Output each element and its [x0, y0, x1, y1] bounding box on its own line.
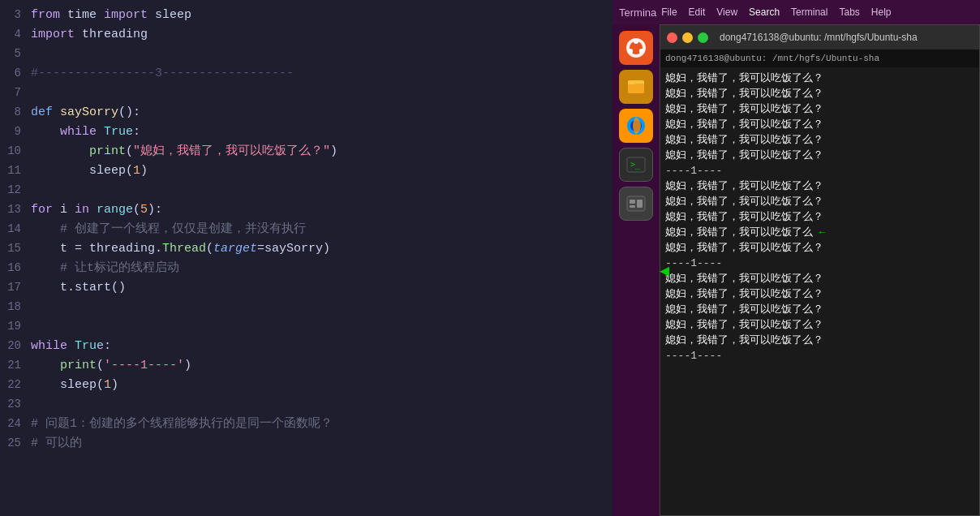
code-line: 7 — [0, 83, 612, 102]
terminal-line: 媳妇，我错了，我可以吃饭了么？ — [665, 194, 974, 209]
line-number: 4 — [0, 24, 31, 44]
svg-point-2 — [634, 39, 638, 44]
terminal-titlebar: dong4716138@ubuntu: /mnt/hgfs/Ubuntu-sha — [660, 25, 979, 49]
terminal-line: 媳妇，我错了，我可以吃饭了么？ — [665, 317, 974, 333]
terminal-window: dong4716138@ubuntu: /mnt/hgfs/Ubuntu-sha… — [660, 24, 980, 516]
line-number: 14 — [0, 219, 31, 239]
line-number: 11 — [0, 161, 31, 180]
dock-icon-nautilus[interactable] — [619, 187, 653, 221]
svg-rect-15 — [630, 205, 635, 208]
code-line: 11 sleep(1) — [0, 161, 612, 180]
window-close-button[interactable] — [667, 32, 677, 43]
window-max-button[interactable] — [698, 32, 708, 43]
line-number: 17 — [0, 277, 31, 297]
terminal-line: 媳妇，我错了，我可以吃饭了么？ — [665, 117, 974, 132]
code-line: 6#----------------3------------------ — [0, 63, 612, 83]
line-number: 16 — [0, 258, 31, 277]
code-line: 14 # 创建了一个线程，仅仅是创建，并没有执行 — [0, 219, 612, 239]
line-number: 15 — [0, 239, 31, 258]
dock-icon-terminal[interactable]: >_ — [619, 148, 653, 182]
line-number: 25 — [0, 433, 31, 453]
dock-arrow: ◀ — [660, 260, 669, 281]
right-panel: Termina FileEditViewSearchTerminalTabsHe… — [612, 0, 980, 516]
svg-text:>_: >_ — [630, 160, 641, 170]
code-line: 3from time import sleep — [0, 5, 612, 24]
terminal-line: 媳妇，我错了，我可以吃饭了么？ — [665, 302, 974, 317]
line-number: 8 — [0, 102, 31, 122]
terminal-line: 媳妇，我错了，我可以吃饭了么？ — [665, 178, 974, 194]
line-content — [31, 317, 612, 337]
line-number: 21 — [0, 355, 31, 375]
svg-rect-13 — [630, 200, 635, 204]
terminal-line: ----1---- — [665, 256, 974, 271]
desktop: >_ dong4716138@ubuntu: /mnt/hgfs/Ubuntu-… — [612, 24, 980, 516]
terminal-line: 媳妇，我错了，我可以吃饭了么？ — [665, 71, 974, 86]
terminal-line: 媳妇，我错了，我可以吃饭了么？ — [665, 86, 974, 101]
code-line: 18 — [0, 297, 612, 316]
code-line: 17 t.start() — [0, 277, 612, 297]
line-content: t = threading.Thread(target=saySorry) — [31, 239, 612, 259]
terminal-line: 媳妇，我错了，我可以吃饭了么？ — [665, 101, 974, 117]
code-line: 25# 可以的 — [0, 433, 612, 453]
code-line: 21 print('----1----') — [0, 355, 612, 375]
line-number: 23 — [0, 394, 31, 414]
code-area: 3from time import sleep4import threading… — [0, 0, 612, 458]
terminal-line: 媳妇，我错了，我可以吃饭了么？ — [665, 132, 974, 148]
dock-icon-firefox[interactable] — [619, 109, 653, 143]
code-line: 13for i in range(5): — [0, 200, 612, 219]
terminal-line: 媳妇，我错了，我可以吃饭了么？ — [665, 209, 974, 225]
code-line: 5 — [0, 44, 612, 63]
line-number: 24 — [0, 414, 31, 433]
line-number: 19 — [0, 316, 31, 336]
terminal-body[interactable]: 媳妇，我错了，我可以吃饭了么？媳妇，我错了，我可以吃饭了么？媳妇，我错了，我可以… — [660, 67, 979, 515]
line-content — [31, 45, 612, 64]
terminal-line: 媳妇，我错了，我可以吃饭了么 ← — [665, 225, 974, 240]
line-number: 7 — [0, 83, 31, 102]
taskbar-menu-item-help[interactable]: Help — [871, 6, 892, 18]
line-content — [31, 84, 612, 103]
line-content — [31, 298, 612, 317]
svg-point-4 — [628, 49, 633, 54]
code-line: 19 — [0, 316, 612, 336]
line-content — [31, 181, 612, 200]
line-content: print("媳妇，我错了，我可以吃饭了么？") — [31, 142, 612, 161]
line-number: 12 — [0, 180, 31, 200]
dock-icon-ubuntu[interactable] — [619, 31, 653, 65]
line-content: def saySorry(): — [31, 103, 612, 123]
taskbar-menu-item-terminal[interactable]: Terminal — [791, 6, 827, 18]
code-line: 12 — [0, 180, 612, 200]
taskbar-menu-item-view[interactable]: View — [716, 6, 737, 18]
terminal-line: 媳妇，我错了，我可以吃饭了么？ — [665, 271, 974, 286]
dock: >_ — [612, 24, 660, 516]
taskbar-menu: FileEditViewSearchTerminalTabsHelp — [661, 6, 891, 18]
code-line: 9 while True: — [0, 122, 612, 141]
line-content: # 创建了一个线程，仅仅是创建，并没有执行 — [31, 220, 612, 239]
code-line: 22 sleep(1) — [0, 375, 612, 394]
line-content — [31, 395, 612, 415]
terminal-line: 媳妇，我错了，我可以吃饭了么？ — [665, 240, 974, 256]
line-number: 9 — [0, 122, 31, 141]
taskbar-menu-item-search[interactable]: Search — [749, 6, 780, 18]
terminal-path: dong4716138@ubuntu: /mnt/hgfs/Ubuntu-sha — [665, 54, 879, 63]
taskbar-menu-item-edit[interactable]: Edit — [689, 6, 706, 18]
code-line: 4import threading — [0, 24, 612, 44]
dock-icon-files[interactable] — [619, 70, 653, 104]
line-content: while True: — [31, 337, 612, 356]
line-content: #----------------3------------------ — [31, 64, 612, 84]
taskbar-menu-item-file[interactable]: File — [661, 6, 677, 18]
line-number: 3 — [0, 5, 31, 24]
svg-rect-6 — [628, 84, 644, 93]
taskbar: Termina FileEditViewSearchTerminalTabsHe… — [612, 0, 980, 24]
svg-rect-7 — [628, 80, 636, 84]
terminal-line: ----1---- — [665, 163, 974, 178]
line-number: 10 — [0, 141, 31, 161]
line-number: 13 — [0, 200, 31, 219]
taskbar-menu-item-tabs[interactable]: Tabs — [839, 6, 859, 18]
line-number: 6 — [0, 63, 31, 83]
svg-rect-14 — [637, 200, 643, 208]
line-content: from time import sleep — [31, 6, 612, 25]
line-number: 18 — [0, 297, 31, 316]
window-min-button[interactable] — [682, 32, 693, 43]
code-editor: 3from time import sleep4import threading… — [0, 0, 612, 516]
code-line: 20while True: — [0, 336, 612, 355]
